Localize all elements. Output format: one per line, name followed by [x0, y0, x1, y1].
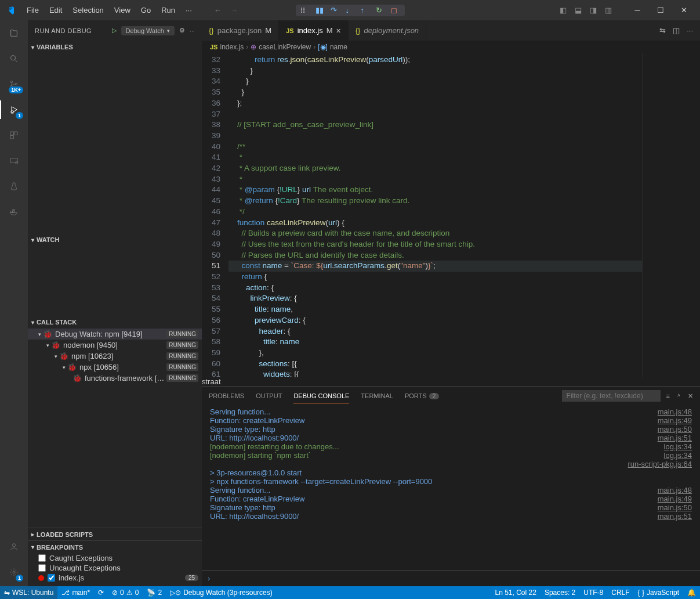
navigation: ← →	[214, 6, 238, 15]
variables-header[interactable]: ▾VARIABLES	[28, 41, 202, 53]
callstack-row[interactable]: ▾🐞nodemon [9450]RUNNING	[28, 340, 202, 351]
collapse-icon[interactable]: ＾	[676, 392, 682, 399]
callstack-row[interactable]: ▾🐞npx [10656]RUNNING	[28, 362, 202, 373]
file-icon: {}	[356, 26, 361, 35]
close-tab-icon[interactable]: ×	[336, 26, 341, 35]
debug-toolbar: ⁞⁞ ▮▮ ↷ ↓ ↑ ↻ ◻	[296, 5, 405, 16]
callstack-header[interactable]: ▾CALL STACK	[28, 316, 202, 329]
breakpoint-caught[interactable]: Caught Exceptions	[28, 553, 202, 563]
accounts-icon[interactable]	[6, 539, 22, 555]
sync-icon[interactable]: ⟳	[94, 586, 108, 599]
menu-go[interactable]: Go	[136, 3, 155, 17]
minimize-icon[interactable]: ─	[626, 2, 649, 19]
eol[interactable]: CRLF	[607, 589, 633, 597]
debug-status[interactable]: ▷⊙Debug Watch (3p-resources)	[166, 586, 277, 599]
titlebar-right: ◧ ⬓ ◨ ▥ ─ ☐ ✕	[560, 2, 695, 19]
vscode-logo-icon	[5, 5, 16, 16]
panel-tab-terminal[interactable]: TERMINAL	[361, 389, 393, 403]
step-over-icon[interactable]: ↷	[331, 6, 340, 15]
source-control-icon[interactable]: 1K+	[6, 76, 22, 92]
menu-view[interactable]: View	[110, 3, 135, 17]
svg-point-1	[10, 81, 12, 82]
stop-icon[interactable]: ◻	[391, 6, 400, 15]
callstack-row[interactable]: 🐞functions-framework [106…RUNNING	[28, 373, 202, 384]
panel-tab-output[interactable]: OUTPUT	[256, 389, 282, 403]
problems-status[interactable]: ⊘0⚠0	[108, 586, 143, 599]
menu-···[interactable]: ···	[181, 3, 197, 17]
callstack-row[interactable]: ▾🐞npm [10623]RUNNING	[28, 351, 202, 362]
forward-icon[interactable]: →	[230, 6, 238, 15]
compare-icon[interactable]: ⇆	[659, 26, 666, 35]
split-editor-icon[interactable]: ◫	[673, 26, 680, 35]
filter-settings-icon[interactable]: ≡	[666, 392, 670, 399]
breadcrumb[interactable]: JS index.js› ⊕caseLinkPreview› [◉]name	[202, 41, 700, 53]
layout-panel-icon[interactable]: ⬓	[575, 6, 584, 15]
testing-icon[interactable]	[6, 178, 22, 194]
maximize-icon[interactable]: ☐	[649, 2, 672, 19]
layout-sidebar-left-icon[interactable]: ◧	[560, 6, 569, 15]
breakpoint-file[interactable]: index.js25	[28, 573, 202, 583]
remote-indicator[interactable]: ⇋WSL: Ubuntu	[0, 586, 57, 599]
indentation[interactable]: Spaces: 2	[541, 589, 579, 597]
debug-console-output[interactable]: Serving function...main.js:48Function: c…	[202, 405, 700, 570]
breakpoints-header[interactable]: ▾BREAKPOINTS	[28, 540, 202, 553]
cursor-position[interactable]: Ln 51, Col 22	[491, 589, 541, 597]
more-icon[interactable]: ···	[190, 27, 195, 34]
start-debug-icon[interactable]: ▷	[112, 27, 117, 34]
panel-tab-debug-console[interactable]: DEBUG CONSOLE	[293, 389, 349, 403]
breakpoint-uncaught[interactable]: Uncaught Exceptions	[28, 563, 202, 573]
restart-icon[interactable]: ↻	[376, 6, 385, 15]
explorer-icon[interactable]	[6, 25, 22, 41]
panel-tabs: PROBLEMSOUTPUTDEBUG CONSOLETERMINALPORTS…	[202, 387, 700, 405]
menu-edit[interactable]: Edit	[45, 3, 67, 17]
minimap[interactable]	[642, 53, 700, 377]
customize-layout-icon[interactable]: ▥	[605, 6, 614, 15]
close-panel-icon[interactable]: ✕	[688, 392, 693, 399]
title-bar: FileEditSelectionViewGoRun··· ← → ⁞⁞ ▮▮ …	[0, 0, 700, 20]
back-icon[interactable]: ←	[214, 6, 222, 15]
panel-tab-ports[interactable]: PORTS2	[405, 389, 439, 403]
run-debug-icon[interactable]: 1	[6, 102, 22, 118]
extensions-icon[interactable]	[6, 127, 22, 143]
svg-point-14	[13, 571, 15, 573]
ports-status[interactable]: 📡2	[143, 586, 166, 599]
step-out-icon[interactable]: ↑	[361, 6, 370, 15]
grip-icon[interactable]: ⁞⁞	[300, 6, 310, 15]
svg-rect-11	[13, 211, 14, 213]
callstack-row[interactable]: ▾🐞Debug Watch: npm [9419]RUNNING	[28, 329, 202, 340]
remote-explorer-icon[interactable]	[6, 153, 22, 169]
tab-index.js[interactable]: JSindex.jsM×	[279, 20, 349, 41]
docker-icon[interactable]	[6, 204, 22, 220]
pause-icon[interactable]: ▮▮	[315, 6, 325, 15]
tab-package.json[interactable]: {}package.jsonM	[202, 20, 279, 41]
panel-tab-problems[interactable]: PROBLEMS	[209, 389, 244, 403]
close-window-icon[interactable]: ✕	[672, 2, 695, 19]
search-icon[interactable]	[6, 50, 22, 67]
svg-rect-10	[11, 211, 13, 213]
layout-sidebar-right-icon[interactable]: ◨	[590, 6, 599, 15]
loaded-scripts-header[interactable]: ▸LOADED SCRIPTS	[28, 528, 202, 540]
git-branch[interactable]: ⎇main*	[57, 586, 94, 599]
language-mode[interactable]: { }JavaScript	[634, 589, 683, 597]
step-into-icon[interactable]: ↓	[346, 6, 355, 15]
editor-tabs: {}package.jsonMJSindex.jsM×{}deployment.…	[202, 20, 700, 41]
code-editor[interactable]: 3233343536373839404142434445464748495051…	[202, 53, 700, 377]
menu-selection[interactable]: Selection	[68, 3, 108, 17]
tab-deployment.json[interactable]: {}deployment.json	[349, 20, 426, 41]
menu-file[interactable]: File	[22, 3, 43, 17]
gear-icon[interactable]: ⚙	[179, 27, 185, 34]
js-file-icon: JS	[210, 44, 217, 50]
status-bar: ⇋WSL: Ubuntu ⎇main* ⟳ ⊘0⚠0 📡2 ▷⊙Debug Wa…	[0, 586, 700, 599]
encoding[interactable]: UTF-8	[579, 589, 607, 597]
file-icon: {}	[209, 26, 214, 35]
notifications-icon[interactable]: 🔔	[683, 589, 700, 597]
filter-input[interactable]	[562, 390, 661, 402]
bottom-panel: PROBLEMSOUTPUTDEBUG CONSOLETERMINALPORTS…	[202, 386, 700, 586]
debug-console-input[interactable]: ›	[202, 570, 700, 586]
menu-run[interactable]: Run	[157, 3, 180, 17]
more-actions-icon[interactable]: ···	[687, 26, 693, 35]
settings-gear-icon[interactable]: 1	[6, 564, 22, 580]
svg-point-0	[11, 56, 16, 60]
debug-config-select[interactable]: Debug Watch▾	[121, 26, 175, 35]
watch-header[interactable]: ▾WATCH	[28, 233, 202, 246]
